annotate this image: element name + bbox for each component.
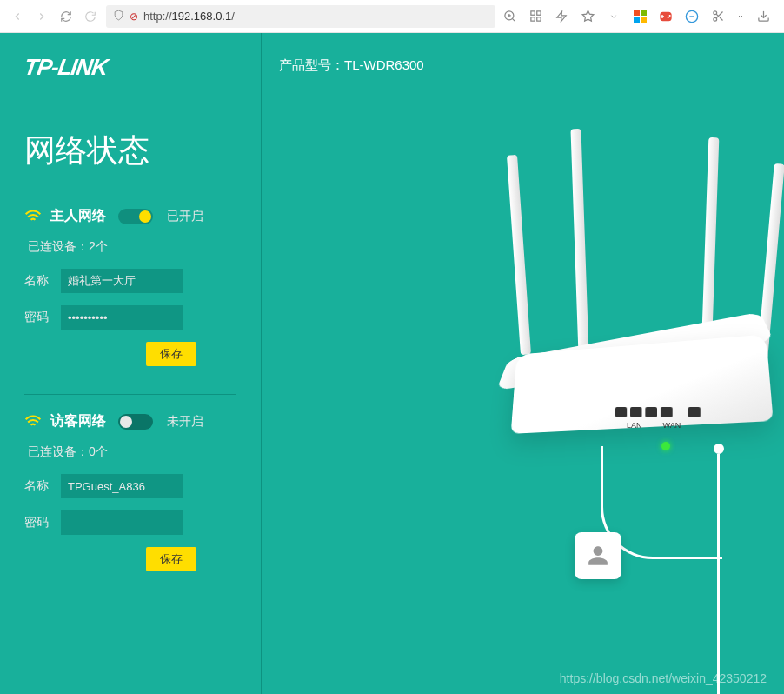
toolbar-right	[502, 10, 775, 23]
logo: TP-LINK	[23, 54, 238, 81]
host-save-button[interactable]: 保存	[146, 342, 196, 366]
wifi-icon	[24, 413, 42, 430]
svg-marker-8	[557, 11, 567, 22]
host-name-input[interactable]	[61, 269, 183, 293]
guest-devices-info: 已连设备：0个	[24, 444, 236, 460]
guest-network-header: 访客网络 未开启	[24, 412, 236, 430]
chevron-down-icon-2[interactable]	[737, 10, 744, 23]
nav-back-button[interactable]	[9, 8, 26, 25]
host-network-status: 已开启	[167, 209, 203, 224]
svg-point-12	[713, 11, 716, 15]
main-panel: 产品型号：TL-WDR6300 LAN WAN	[261, 33, 784, 694]
section-divider	[24, 394, 236, 395]
svg-line-16	[716, 14, 718, 16]
url-bar[interactable]: ⊘ http://192.168.0.1/	[106, 5, 495, 28]
host-network-toggle[interactable]	[118, 209, 153, 224]
router-illustration: LAN WAN	[392, 120, 783, 555]
nav-reload-button[interactable]	[57, 8, 75, 25]
nav-forward-button[interactable]	[33, 8, 50, 25]
svg-rect-7	[536, 17, 540, 21]
guest-password-input[interactable]	[61, 510, 183, 535]
minimize-icon[interactable]	[685, 10, 699, 23]
user-icon	[587, 544, 609, 567]
host-network-header: 主人网络 已开启	[24, 207, 236, 225]
host-devices-info: 已连设备：2个	[24, 239, 236, 255]
insecure-icon: ⊘	[130, 10, 138, 23]
guest-network-toggle[interactable]	[118, 414, 153, 430]
host-password-input[interactable]	[61, 305, 183, 330]
guest-password-label: 密码	[24, 515, 52, 531]
guest-name-input[interactable]	[61, 474, 183, 498]
url-text: http://192.168.0.1/	[143, 10, 235, 23]
router-admin-page: TP-LINK 网络状态 主人网络 已开启 已连设备：2个 名称 密码 保存	[0, 33, 784, 694]
nav-home-button[interactable]	[82, 8, 99, 25]
microsoft-icon[interactable]	[633, 10, 647, 23]
guest-network-title: 访客网络	[50, 412, 106, 430]
svg-rect-6	[530, 17, 534, 21]
zoom-icon[interactable]	[502, 10, 516, 23]
svg-line-1	[512, 18, 515, 21]
lan-label: LAN	[627, 421, 642, 430]
star-icon[interactable]	[581, 10, 595, 23]
guest-save-button[interactable]: 保存	[146, 547, 196, 571]
host-password-label: 密码	[24, 310, 52, 325]
qr-icon[interactable]	[528, 10, 542, 23]
watermark: https://blog.csdn.net/weixin_42350212	[560, 671, 767, 685]
wifi-icon	[24, 208, 42, 225]
sidebar: TP-LINK 网络状态 主人网络 已开启 已连设备：2个 名称 密码 保存	[0, 33, 261, 694]
browser-toolbar: ⊘ http://192.168.0.1/	[0, 0, 784, 33]
svg-rect-4	[530, 11, 534, 15]
flash-icon[interactable]	[555, 10, 568, 23]
guest-name-label: 名称	[24, 478, 52, 494]
host-network-title: 主人网络	[50, 207, 106, 225]
gamepad-icon[interactable]	[659, 10, 673, 23]
svg-marker-9	[582, 10, 594, 21]
svg-rect-5	[536, 11, 540, 15]
cut-icon[interactable]	[711, 10, 725, 23]
wan-label: WAN	[663, 421, 681, 430]
svg-line-15	[720, 17, 722, 20]
guest-network-status: 未开启	[167, 414, 203, 430]
host-name-label: 名称	[24, 273, 52, 289]
device-node[interactable]	[575, 532, 621, 579]
model-label: 产品型号：TL-WDR6300	[262, 33, 784, 98]
svg-point-13	[713, 17, 716, 21]
page-title: 网络状态	[24, 130, 236, 172]
shield-icon	[113, 10, 124, 23]
chevron-down-icon[interactable]	[607, 10, 621, 23]
download-icon[interactable]	[756, 10, 770, 23]
